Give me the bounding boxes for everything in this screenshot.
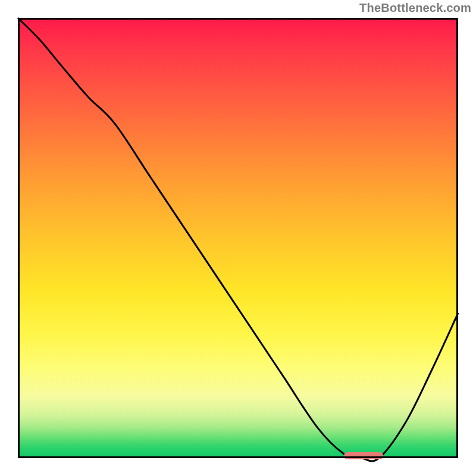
watermark-text: TheBottleneck.com: [359, 1, 471, 15]
optimum-marker: [344, 452, 384, 459]
chart-stage: TheBottleneck.com: [0, 0, 476, 476]
bottleneck-curve: [18, 18, 458, 458]
plot-frame: [18, 18, 458, 458]
